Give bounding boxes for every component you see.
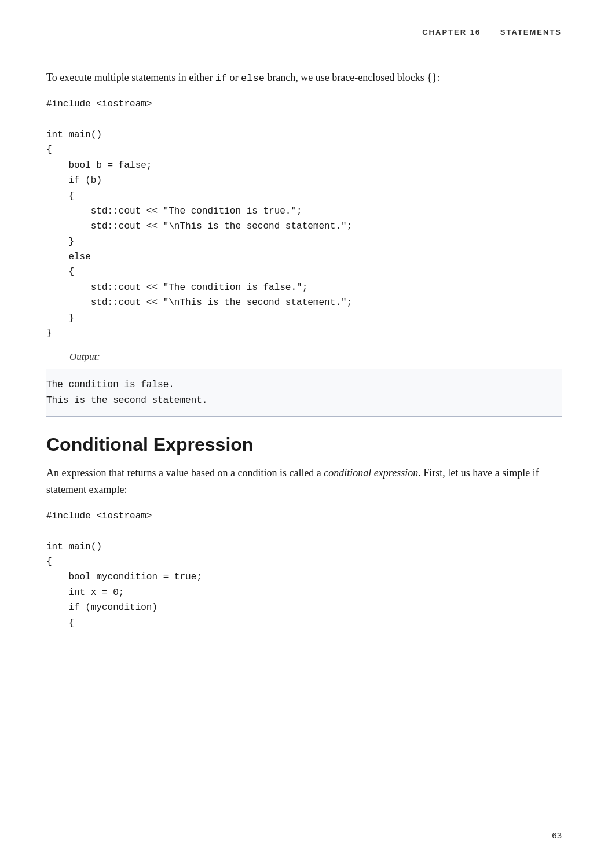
body-italic: conditional expression xyxy=(324,467,418,479)
intro-text-middle: or xyxy=(227,72,241,83)
keyword-if: if xyxy=(215,73,227,84)
section-label: STATEMENTS xyxy=(500,28,562,36)
intro-paragraph: To execute multiple statements in either… xyxy=(46,69,562,86)
code-block-1: #include <iostream> int main() { bool b … xyxy=(46,97,562,341)
intro-text-before: To execute multiple statements in either xyxy=(46,72,215,83)
output-text: The condition is false. This is the seco… xyxy=(46,377,562,408)
page-header: CHAPTER 16 STATEMENTS xyxy=(422,28,562,36)
body-text-1: An expression that returns a value based… xyxy=(46,467,324,479)
chapter-label: CHAPTER 16 xyxy=(422,28,481,36)
output-label: Output: xyxy=(69,351,562,363)
page-number: 63 xyxy=(552,830,562,840)
keyword-else: else xyxy=(241,73,265,84)
page: CHAPTER 16 STATEMENTS To execute multipl… xyxy=(0,0,608,868)
output-box: The condition is false. This is the seco… xyxy=(46,369,562,417)
section-heading: Conditional Expression xyxy=(46,434,562,455)
code-block-2: #include <iostream> int main() { bool my… xyxy=(46,509,562,631)
body-paragraph: An expression that returns a value based… xyxy=(46,465,562,498)
intro-text-after: branch, we use brace-enclosed blocks {}: xyxy=(265,72,440,83)
